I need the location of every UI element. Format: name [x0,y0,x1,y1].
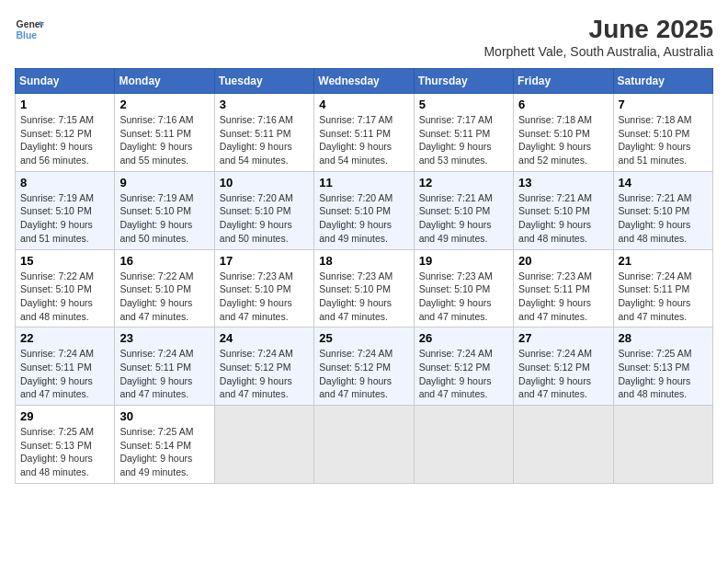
day-cell-29: 29 Sunrise: 7:25 AM Sunset: 5:13 PM Dayl… [16,406,115,484]
day-info-22: Sunrise: 7:24 AM Sunset: 5:11 PM Dayligh… [20,347,109,401]
day-info-17: Sunrise: 7:23 AM Sunset: 5:10 PM Dayligh… [220,270,309,324]
day-cell-12: 12 Sunrise: 7:21 AM Sunset: 5:10 PM Dayl… [414,171,513,249]
day-number-9: 9 [119,176,209,190]
header-thursday: Thursday [414,69,513,94]
day-cell-1: 1 Sunrise: 7:15 AM Sunset: 5:12 PM Dayli… [16,94,115,172]
day-cell-16: 16 Sunrise: 7:22 AM Sunset: 5:10 PM Dayl… [115,249,214,327]
day-cell-2: 2 Sunrise: 7:16 AM Sunset: 5:11 PM Dayli… [115,94,214,172]
day-number-28: 28 [619,331,708,345]
day-number-1: 1 [20,98,109,111]
day-info-28: Sunrise: 7:25 AM Sunset: 5:13 PM Dayligh… [619,347,708,401]
day-info-24: Sunrise: 7:24 AM Sunset: 5:12 PM Dayligh… [220,347,309,401]
day-info-9: Sunrise: 7:19 AM Sunset: 5:10 PM Dayligh… [119,191,209,246]
svg-text:Blue: Blue [17,30,38,40]
day-cell-15: 15 Sunrise: 7:22 AM Sunset: 5:10 PM Dayl… [16,249,115,327]
day-info-13: Sunrise: 7:21 AM Sunset: 5:10 PM Dayligh… [518,191,608,246]
day-number-29: 29 [20,409,109,423]
day-info-19: Sunrise: 7:23 AM Sunset: 5:10 PM Dayligh… [419,270,508,324]
logo: General Blue [15,15,44,44]
location-subtitle: Morphett Vale, South Australia, Australi… [483,44,713,59]
day-info-6: Sunrise: 7:18 AM Sunset: 5:10 PM Dayligh… [518,113,608,167]
day-number-15: 15 [20,254,109,268]
calendar-row-3: 15 Sunrise: 7:22 AM Sunset: 5:10 PM Dayl… [16,249,713,327]
day-info-3: Sunrise: 7:16 AM Sunset: 5:11 PM Dayligh… [220,113,309,167]
day-info-26: Sunrise: 7:24 AM Sunset: 5:12 PM Dayligh… [419,347,508,401]
day-info-2: Sunrise: 7:16 AM Sunset: 5:11 PM Dayligh… [119,113,209,167]
day-cell-27: 27 Sunrise: 7:24 AM Sunset: 5:12 PM Dayl… [514,327,613,406]
header-sunday: Sunday [16,69,115,94]
calendar-row-4: 22 Sunrise: 7:24 AM Sunset: 5:11 PM Dayl… [16,327,713,406]
day-number-7: 7 [619,98,708,111]
empty-cell-3 [414,406,513,484]
empty-cell-1 [214,406,313,484]
day-number-12: 12 [419,176,508,190]
header-tuesday: Tuesday [214,69,313,94]
day-cell-8: 8 Sunrise: 7:19 AM Sunset: 5:10 PM Dayli… [16,171,115,249]
day-info-18: Sunrise: 7:23 AM Sunset: 5:10 PM Dayligh… [319,270,408,324]
day-cell-11: 11 Sunrise: 7:20 AM Sunset: 5:10 PM Dayl… [314,171,414,249]
day-cell-28: 28 Sunrise: 7:25 AM Sunset: 5:13 PM Dayl… [613,327,712,406]
day-number-20: 20 [518,254,608,268]
day-cell-13: 13 Sunrise: 7:21 AM Sunset: 5:10 PM Dayl… [514,171,613,249]
day-cell-5: 5 Sunrise: 7:17 AM Sunset: 5:11 PM Dayli… [414,94,513,172]
day-number-19: 19 [419,254,508,268]
day-info-5: Sunrise: 7:17 AM Sunset: 5:11 PM Dayligh… [419,113,508,167]
calendar-table: Sunday Monday Tuesday Wednesday Thursday… [15,68,713,484]
day-info-21: Sunrise: 7:24 AM Sunset: 5:11 PM Dayligh… [619,270,708,324]
day-info-20: Sunrise: 7:23 AM Sunset: 5:11 PM Dayligh… [518,270,608,324]
header-monday: Monday [115,69,214,94]
day-number-5: 5 [419,98,508,111]
day-number-2: 2 [119,98,209,111]
day-info-4: Sunrise: 7:17 AM Sunset: 5:11 PM Dayligh… [319,113,408,167]
header-saturday: Saturday [613,69,712,94]
day-number-4: 4 [319,98,408,111]
calendar-header-row: Sunday Monday Tuesday Wednesday Thursday… [16,69,713,94]
day-cell-26: 26 Sunrise: 7:24 AM Sunset: 5:12 PM Dayl… [414,327,513,406]
day-cell-7: 7 Sunrise: 7:18 AM Sunset: 5:10 PM Dayli… [613,94,712,172]
day-cell-18: 18 Sunrise: 7:23 AM Sunset: 5:10 PM Dayl… [314,249,414,327]
day-cell-3: 3 Sunrise: 7:16 AM Sunset: 5:11 PM Dayli… [214,94,313,172]
day-info-25: Sunrise: 7:24 AM Sunset: 5:12 PM Dayligh… [319,347,408,401]
day-cell-21: 21 Sunrise: 7:24 AM Sunset: 5:11 PM Dayl… [613,249,712,327]
day-number-8: 8 [20,176,109,190]
day-number-3: 3 [220,98,309,111]
day-number-23: 23 [119,331,209,345]
title-block: June 2025 Morphett Vale, South Australia… [483,15,713,59]
day-cell-9: 9 Sunrise: 7:19 AM Sunset: 5:10 PM Dayli… [115,171,214,249]
day-number-11: 11 [319,176,408,190]
day-number-17: 17 [220,254,309,268]
day-cell-23: 23 Sunrise: 7:24 AM Sunset: 5:11 PM Dayl… [115,327,214,406]
day-info-14: Sunrise: 7:21 AM Sunset: 5:10 PM Dayligh… [619,191,708,246]
day-cell-22: 22 Sunrise: 7:24 AM Sunset: 5:11 PM Dayl… [16,327,115,406]
day-number-18: 18 [319,254,408,268]
day-info-23: Sunrise: 7:24 AM Sunset: 5:11 PM Dayligh… [119,347,209,401]
day-cell-24: 24 Sunrise: 7:24 AM Sunset: 5:12 PM Dayl… [214,327,313,406]
day-number-6: 6 [518,98,608,111]
day-number-16: 16 [119,254,209,268]
calendar-row-2: 8 Sunrise: 7:19 AM Sunset: 5:10 PM Dayli… [16,171,713,249]
day-info-16: Sunrise: 7:22 AM Sunset: 5:10 PM Dayligh… [119,270,209,324]
calendar-row-1: 1 Sunrise: 7:15 AM Sunset: 5:12 PM Dayli… [16,94,713,172]
day-info-11: Sunrise: 7:20 AM Sunset: 5:10 PM Dayligh… [319,191,408,246]
day-number-27: 27 [518,331,608,345]
calendar-row-5: 29 Sunrise: 7:25 AM Sunset: 5:13 PM Dayl… [16,406,713,484]
page-header: General Blue June 2025 Morphett Vale, So… [15,15,713,59]
day-info-15: Sunrise: 7:22 AM Sunset: 5:10 PM Dayligh… [20,270,109,324]
day-number-25: 25 [319,331,408,345]
header-wednesday: Wednesday [314,69,414,94]
empty-cell-2 [314,406,414,484]
empty-cell-4 [514,406,613,484]
day-info-10: Sunrise: 7:20 AM Sunset: 5:10 PM Dayligh… [220,191,309,246]
day-number-26: 26 [419,331,508,345]
day-cell-25: 25 Sunrise: 7:24 AM Sunset: 5:12 PM Dayl… [314,327,414,406]
day-number-22: 22 [20,331,109,345]
day-cell-4: 4 Sunrise: 7:17 AM Sunset: 5:11 PM Dayli… [314,94,414,172]
empty-cell-5 [613,406,712,484]
day-number-14: 14 [619,176,708,190]
day-info-1: Sunrise: 7:15 AM Sunset: 5:12 PM Dayligh… [20,113,109,167]
header-friday: Friday [514,69,613,94]
day-cell-10: 10 Sunrise: 7:20 AM Sunset: 5:10 PM Dayl… [214,171,313,249]
day-cell-6: 6 Sunrise: 7:18 AM Sunset: 5:10 PM Dayli… [514,94,613,172]
day-number-10: 10 [220,176,309,190]
day-info-30: Sunrise: 7:25 AM Sunset: 5:14 PM Dayligh… [119,425,209,479]
